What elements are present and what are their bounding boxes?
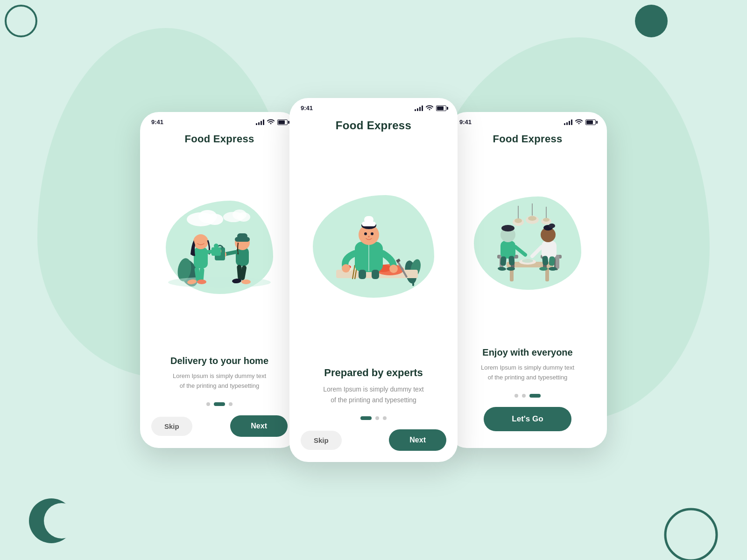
svg-point-71 — [543, 218, 550, 222]
content-area-1: Delivery to your home Lorem Ipsum is sim… — [140, 347, 299, 397]
svg-rect-62 — [372, 270, 379, 279]
content-area-2: Prepared by experts Lorem Ipsum is simpl… — [289, 359, 458, 411]
wifi-icon-1 — [267, 119, 275, 126]
slide-title-2: Prepared by experts — [303, 366, 444, 380]
svg-rect-96 — [542, 256, 549, 266]
signal-icon-2 — [415, 105, 423, 111]
svg-point-30 — [197, 280, 206, 284]
slide-title-1: Delivery to your home — [153, 355, 286, 367]
bg-decoration-circle-top-right — [635, 5, 668, 37]
dot-1-1 — [206, 402, 210, 406]
svg-point-8 — [237, 212, 250, 222]
delivery-illustration — [163, 201, 275, 294]
svg-point-87 — [501, 225, 514, 231]
bg-decoration-circle-bottom-right — [663, 507, 719, 560]
skip-button-2[interactable]: Skip — [301, 431, 342, 450]
svg-point-2 — [665, 509, 717, 560]
dot-3-2 — [522, 394, 526, 398]
dining-illustration — [472, 196, 584, 290]
content-area-3: Enjoy with everyone Lorem Ipsum is simpl… — [448, 339, 607, 388]
svg-rect-89 — [500, 256, 507, 266]
svg-point-76 — [522, 259, 533, 263]
svg-rect-48 — [396, 259, 401, 263]
svg-point-32 — [214, 244, 218, 248]
status-bar-2: 9:41 — [289, 98, 458, 115]
slide-title-3: Enjoy with everyone — [461, 346, 594, 358]
phones-container: 9:41 Food Express — [140, 98, 607, 462]
dot-2-active — [360, 416, 372, 420]
skip-button-1[interactable]: Skip — [151, 417, 192, 436]
svg-point-58 — [368, 236, 370, 237]
slide-desc-2: Lorem Ipsum is simply dummy textof the p… — [303, 384, 444, 405]
svg-point-56 — [364, 232, 367, 235]
svg-line-95 — [532, 247, 542, 256]
svg-point-101 — [549, 267, 557, 271]
svg-rect-23 — [194, 247, 208, 268]
dot-2-3 — [383, 416, 387, 420]
dots-3 — [448, 388, 607, 403]
dot-1-3 — [229, 402, 233, 406]
svg-point-11 — [168, 277, 271, 288]
svg-rect-90 — [508, 256, 515, 266]
svg-rect-97 — [549, 256, 555, 266]
phone-3: 9:41 Food Express — [448, 112, 607, 448]
svg-rect-85 — [500, 241, 515, 259]
illustration-area-2 — [289, 134, 458, 359]
svg-point-5 — [206, 214, 223, 225]
svg-point-65 — [514, 218, 522, 223]
svg-line-88 — [515, 247, 525, 255]
status-time-1: 9:41 — [151, 119, 163, 126]
wifi-icon-3 — [575, 119, 583, 126]
dot-3-1 — [514, 394, 518, 398]
signal-icon-1 — [256, 119, 264, 125]
app-title-2: Food Express — [289, 115, 458, 134]
dots-1 — [140, 397, 299, 412]
svg-point-24 — [193, 234, 208, 249]
svg-rect-15 — [237, 233, 247, 239]
svg-rect-91 — [542, 241, 557, 259]
svg-point-22 — [241, 280, 251, 284]
svg-point-99 — [507, 267, 515, 271]
next-button-2[interactable]: Next — [389, 429, 446, 451]
bottom-buttons-1: Skip Next — [140, 412, 299, 448]
app-title-3: Food Express — [448, 129, 607, 147]
status-bar-3: 9:41 — [448, 112, 607, 129]
battery-icon-2 — [436, 105, 446, 111]
svg-rect-84 — [556, 255, 559, 269]
bg-decoration-circle-top-left — [5, 5, 37, 37]
bg-decoration-moon-bottom-left — [28, 497, 75, 546]
bottom-buttons-2: Skip Next — [289, 426, 458, 462]
status-bar-1: 9:41 — [140, 112, 299, 129]
svg-rect-55 — [364, 216, 374, 224]
svg-point-59 — [342, 264, 350, 273]
svg-point-98 — [498, 266, 507, 271]
svg-rect-31 — [211, 247, 221, 256]
battery-icon-1 — [277, 119, 288, 125]
lets-go-button[interactable]: Let's Go — [484, 407, 571, 431]
bottom-buttons-3: Let's Go — [448, 403, 607, 448]
dots-2 — [289, 411, 458, 426]
status-icons-1 — [256, 119, 288, 126]
app-title-1: Food Express — [140, 129, 299, 147]
next-button-1[interactable]: Next — [230, 415, 288, 437]
svg-point-94 — [549, 224, 555, 228]
status-time-3: 9:41 — [459, 119, 472, 126]
wifi-icon-2 — [426, 105, 433, 112]
status-time-2: 9:41 — [301, 105, 313, 112]
illustration-area-1 — [140, 147, 299, 347]
chef-illustration — [310, 193, 437, 300]
battery-icon-3 — [585, 119, 596, 125]
status-icons-3 — [564, 119, 596, 126]
illustration-area-3 — [448, 147, 607, 339]
phone-1: 9:41 Food Express — [140, 112, 299, 448]
dot-3-active — [529, 394, 541, 398]
svg-rect-61 — [359, 270, 366, 279]
status-icons-2 — [415, 105, 446, 112]
phone-2: 9:41 Food Express — [289, 98, 458, 462]
svg-point-100 — [539, 267, 548, 271]
svg-point-68 — [528, 216, 536, 221]
svg-point-60 — [389, 265, 398, 273]
signal-icon-3 — [564, 119, 572, 125]
dot-2-2 — [375, 416, 379, 420]
dot-1-active — [214, 402, 225, 406]
